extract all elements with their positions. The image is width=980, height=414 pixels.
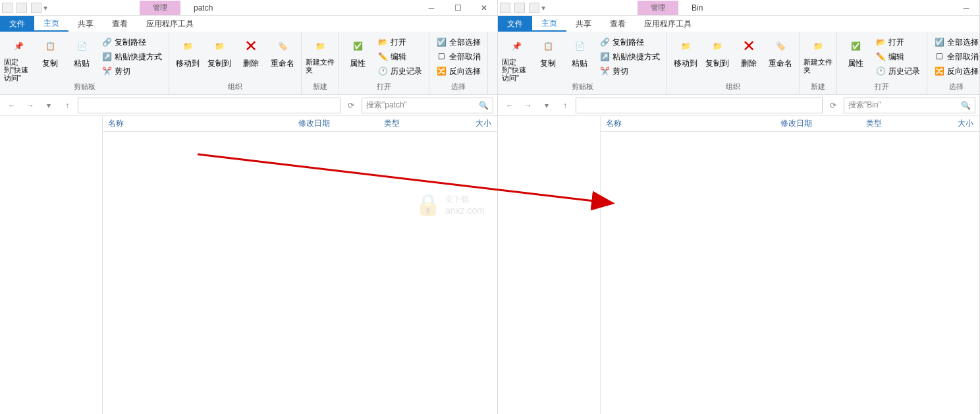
breadcrumb[interactable] [576, 98, 823, 113]
cut-button[interactable]: ✂️剪切 [99, 65, 165, 78]
address-bar: ← → ▾ ↑ ⟳ 搜索"patch"🔍 [0, 95, 497, 116]
forward-button[interactable]: → [22, 98, 38, 113]
tab-home[interactable]: 主页 [532, 16, 566, 32]
recent-button[interactable]: ▾ [539, 98, 555, 113]
new-folder-button[interactable]: 📁新建文件夹 [306, 33, 335, 74]
invert-selection-button[interactable]: 🔀反向选择 [433, 65, 483, 78]
col-type: 类型 [861, 118, 933, 129]
back-button[interactable]: ← [4, 98, 20, 113]
tab-share[interactable]: 共享 [68, 16, 103, 32]
manage-context-tab[interactable]: 管理 [140, 1, 180, 15]
minimize-button[interactable]: ─ [953, 0, 979, 16]
pin-button[interactable]: 📌固定到"快速访问" [4, 33, 33, 82]
manage-context-tab[interactable]: 管理 [638, 1, 678, 15]
col-type: 类型 [379, 118, 451, 129]
col-date: 修改日期 [293, 118, 379, 129]
refresh-button[interactable]: ⟳ [343, 98, 359, 113]
delete-button[interactable]: ✕删除 [734, 33, 763, 69]
copy-button[interactable]: 📋复制 [36, 33, 65, 69]
pin-button[interactable]: 📌固定到"快速访问" [502, 33, 531, 82]
paste-shortcut-button[interactable]: ↗️粘贴快捷方式 [597, 50, 663, 63]
history-button[interactable]: 🕐历史记录 [873, 65, 923, 78]
title-bar: ▾ 管理 Bin ─ [498, 0, 979, 16]
paste-shortcut-button[interactable]: ↗️粘贴快捷方式 [99, 50, 165, 63]
tab-view[interactable]: 查看 [103, 16, 137, 32]
up-button[interactable]: ↑ [557, 98, 573, 113]
navigation-pane[interactable] [498, 116, 601, 414]
tab-app-tools[interactable]: 应用程序工具 [635, 16, 701, 32]
tab-home[interactable]: 主页 [34, 16, 68, 32]
forward-button[interactable]: → [520, 98, 536, 113]
file-list: 名称 修改日期 类型 大小 [601, 116, 979, 414]
select-all-button[interactable]: ☑️全部选择 [433, 36, 483, 49]
move-to-button[interactable]: 📁移动到 [173, 33, 202, 69]
breadcrumb[interactable] [78, 98, 340, 113]
qat-icon[interactable] [529, 3, 539, 13]
invert-selection-button[interactable]: 🔀反向选择 [931, 65, 980, 78]
column-headers[interactable]: 名称 修改日期 类型 大小 [103, 116, 497, 132]
explorer-window-left: ▾ 管理 patch ─ ☐ ✕ 文件 主页 共享 查看 应用程序工具 📌固定到… [0, 0, 498, 414]
ribbon: 📌固定到"快速访问" 📋复制 📄粘贴 🔗复制路径 ↗️粘贴快捷方式 ✂️剪切 剪… [498, 32, 979, 95]
tab-app-tools[interactable]: 应用程序工具 [137, 16, 203, 32]
search-input[interactable]: 搜索"Bin"🔍 [844, 98, 975, 113]
copy-path-button[interactable]: 🔗复制路径 [99, 36, 165, 49]
select-none-button[interactable]: ☐全部取消 [931, 50, 980, 63]
rename-button[interactable]: 🏷️重命名 [766, 33, 795, 69]
paste-button[interactable]: 📄粘贴 [565, 33, 594, 69]
delete-button[interactable]: ✕删除 [236, 33, 265, 69]
qat-icon[interactable] [31, 3, 41, 13]
open-button[interactable]: 📂打开 [873, 36, 923, 49]
select-all-button[interactable]: ☑️全部选择 [931, 36, 980, 49]
select-none-button[interactable]: ☐全部取消 [433, 50, 483, 63]
edit-button[interactable]: ✏️编辑 [873, 50, 923, 63]
col-date: 修改日期 [775, 118, 861, 129]
col-name: 名称 [103, 118, 293, 129]
properties-button[interactable]: ✅属性 [343, 33, 372, 69]
explorer-window-right: ▾ 管理 Bin ─ 文件 主页 共享 查看 应用程序工具 📌固定到"快速访问"… [498, 0, 980, 414]
paste-button[interactable]: 📄粘贴 [67, 33, 96, 69]
col-size: 大小 [933, 118, 979, 129]
new-folder-button[interactable]: 📁新建文件夹 [803, 33, 832, 74]
tab-file[interactable]: 文件 [0, 16, 34, 32]
open-button[interactable]: 📂打开 [375, 36, 425, 49]
search-input[interactable]: 搜索"patch"🔍 [362, 98, 493, 113]
col-size: 大小 [451, 118, 497, 129]
recent-button[interactable]: ▾ [41, 98, 57, 113]
edit-button[interactable]: ✏️编辑 [375, 50, 425, 63]
title-bar: ▾ 管理 patch ─ ☐ ✕ [0, 0, 497, 16]
folder-icon [2, 3, 13, 13]
cut-button[interactable]: ✂️剪切 [597, 65, 663, 78]
file-list: 名称 修改日期 类型 大小 [103, 116, 497, 414]
tab-view[interactable]: 查看 [601, 16, 635, 32]
history-button[interactable]: 🕐历史记录 [375, 65, 425, 78]
navigation-pane[interactable] [0, 116, 103, 414]
column-headers[interactable]: 名称 修改日期 类型 大小 [601, 116, 979, 132]
minimize-button[interactable]: ─ [418, 0, 445, 16]
rename-button[interactable]: 🏷️重命名 [268, 33, 297, 69]
window-title: Bin [692, 3, 703, 13]
ribbon-tabs: 文件 主页 共享 查看 应用程序工具 [498, 16, 979, 32]
tab-file[interactable]: 文件 [498, 16, 532, 32]
qat-icon[interactable] [16, 3, 27, 13]
tab-share[interactable]: 共享 [566, 16, 601, 32]
up-button[interactable]: ↑ [59, 98, 75, 113]
copy-path-button[interactable]: 🔗复制路径 [597, 36, 663, 49]
copy-button[interactable]: 📋复制 [533, 33, 562, 69]
ribbon-tabs: 文件 主页 共享 查看 应用程序工具 [0, 16, 497, 32]
move-to-button[interactable]: 📁移动到 [671, 33, 700, 69]
qat-icon[interactable] [514, 3, 525, 13]
close-button[interactable]: ✕ [471, 0, 497, 16]
refresh-button[interactable]: ⟳ [825, 98, 841, 113]
ribbon: 📌固定到"快速访问" 📋复制 📄粘贴 🔗复制路径 ↗️粘贴快捷方式 ✂️剪切 剪… [0, 32, 497, 95]
folder-icon [500, 3, 510, 13]
back-button[interactable]: ← [502, 98, 518, 113]
properties-button[interactable]: ✅属性 [841, 33, 870, 69]
maximize-button[interactable]: ☐ [445, 0, 471, 16]
address-bar: ← → ▾ ↑ ⟳ 搜索"Bin"🔍 [498, 95, 979, 116]
copy-to-button[interactable]: 📁复制到 [205, 33, 234, 69]
col-name: 名称 [601, 118, 775, 129]
copy-to-button[interactable]: 📁复制到 [703, 33, 732, 69]
window-title: patch [194, 3, 213, 13]
